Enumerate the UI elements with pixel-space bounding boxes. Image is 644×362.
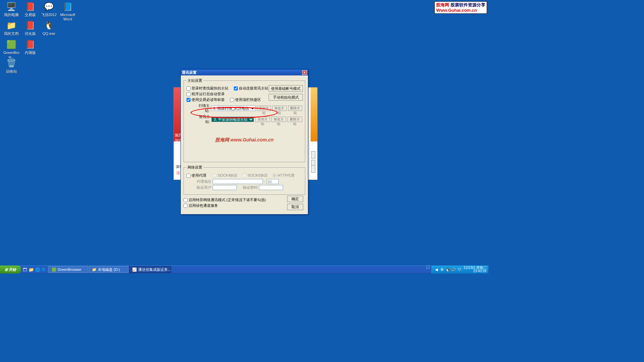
- taskbar-task[interactable]: 📁本地磁盘 (D:): [89, 266, 128, 273]
- app-icon: 📁: [6, 20, 17, 31]
- use-proxy-checkbox[interactable]: 使用代理: [186, 173, 206, 178]
- mod-quote-button[interactable]: 修改主站: [272, 106, 286, 111]
- clock[interactable]: 11/13日 星期二 23:43:39: [464, 266, 486, 273]
- desktop-icon[interactable]: 🖥️我的电脑: [2, 1, 21, 17]
- app-icon: 🖥️: [6, 1, 17, 12]
- desktop-icon[interactable]: 🐧QQ.exe: [40, 20, 58, 36]
- task-icon: 🟩: [52, 267, 56, 272]
- title-bar[interactable]: 通讯设置 ×: [181, 69, 308, 75]
- windows-logo-icon: ⊞: [5, 267, 8, 272]
- proxy-port-input[interactable]: [267, 179, 279, 184]
- app-icon: 🐧: [44, 20, 54, 31]
- ok-button[interactable]: 确定: [287, 196, 303, 202]
- app-icon: 📕: [25, 1, 36, 12]
- taskbar: ⊞ 开始 🗔 📁 🌐 🔵 🟩GreenBrowser📁本地磁盘 (D:)📈通达信…: [0, 265, 488, 274]
- auto-connect-info-checkbox[interactable]: 自动连接资讯主站: [234, 86, 268, 91]
- auto-login-checkbox[interactable]: 程序运行后自动登录: [186, 92, 225, 97]
- system-tray: ◀ ⚙ 🐧 🔊 🛡 11/13日 星期二 23:43:39: [432, 265, 488, 274]
- desktop-icon[interactable]: 🗑️回收站: [2, 58, 21, 74]
- basic-account-mode-button[interactable]: 使用基础帐号模式: [269, 85, 303, 92]
- green-channel-checkbox[interactable]: 启用绿色通道服务: [183, 203, 218, 208]
- use-toolbar-quick-checkbox[interactable]: 使用顶栏快捷区: [230, 97, 261, 102]
- desktop-icon[interactable]: 📕优化版: [21, 20, 40, 36]
- http-proxy-radio[interactable]: HTTP代理: [272, 173, 295, 178]
- desktop-icon[interactable]: 💬飞信2012: [40, 1, 58, 17]
- app-icon: 📕: [25, 20, 36, 31]
- site-watermark: 股海网 股票软件资源分享 Www.Guhai.com.cn: [434, 1, 487, 14]
- proxy-pass-input[interactable]: [259, 185, 283, 190]
- station-group: 主站设置 使用基础帐号模式 手动初始化模式 登录时查找最快的主站 自动连接资讯主…: [183, 78, 305, 162]
- network-group: 网络设置 使用代理 SOCK4协议 SOCK5协议 HTTP代理 代理地址 : …: [183, 165, 305, 195]
- app-icon: 📘: [62, 1, 73, 12]
- del-quote-button[interactable]: 删除主站: [288, 106, 302, 111]
- info-server-select[interactable]: 3. 平安深圳电信主站: [211, 117, 254, 122]
- explorer-icon[interactable]: 📁: [29, 267, 34, 272]
- desktop-icon[interactable]: 📁我的文档: [2, 20, 21, 36]
- use-tab-labels-checkbox[interactable]: 使用交易必读等标签: [186, 97, 225, 102]
- tray-icon[interactable]: ◀: [434, 267, 439, 272]
- app-icon: 📕: [25, 39, 36, 50]
- app-icon: 🟩: [6, 39, 17, 50]
- mod-info-button[interactable]: 修改主站: [271, 117, 286, 122]
- cancel-button[interactable]: 取消: [287, 204, 303, 210]
- start-button[interactable]: ⊞ 开始: [0, 265, 21, 274]
- task-icon: 📈: [132, 267, 137, 272]
- special-net-mode-checkbox[interactable]: 启用特异网络通讯模式 (正常情况下请不要勾选): [183, 197, 266, 202]
- tray-icon[interactable]: 🔊: [451, 267, 456, 272]
- media-icon[interactable]: 🔵: [41, 267, 47, 272]
- sock4-radio[interactable]: SOCK4协议: [212, 173, 237, 178]
- comm-settings-dialog: 通讯设置 × 主站设置 使用基础帐号模式 手动初始化模式 登录时查找最快的主站 …: [180, 69, 308, 215]
- taskbar-task[interactable]: 📈通达信集成版证券...: [129, 266, 171, 273]
- sock5-radio[interactable]: SOCK5协议: [242, 173, 267, 178]
- add-info-button[interactable]: 添加主站: [255, 117, 270, 122]
- quick-launch: 🗔 📁 🌐 🔵: [21, 265, 48, 274]
- desktop-icon[interactable]: 📘Microsoft Word: [58, 1, 77, 21]
- app-icon: 💬: [44, 1, 54, 12]
- minimize-all-button[interactable]: [426, 265, 430, 269]
- proxy-user-input[interactable]: [213, 185, 237, 190]
- tray-icon[interactable]: 🛡: [457, 267, 462, 272]
- close-icon[interactable]: ×: [302, 70, 307, 75]
- show-desktop-icon[interactable]: 🗔: [22, 267, 28, 272]
- desktop-icon[interactable]: 📕内测版: [21, 39, 40, 55]
- dialog-title: 通讯设置: [182, 70, 302, 75]
- dialog-watermark: 股海网 www.Guhai.com.cn: [186, 137, 302, 143]
- desktop-icon[interactable]: 🟩GreenBrow...: [2, 39, 21, 59]
- quote-server-select[interactable]: 1. 高级行情_武汉电信: [211, 106, 256, 111]
- app-icon: 🗑️: [6, 58, 17, 69]
- taskbar-task[interactable]: 🟩GreenBrowser: [49, 266, 88, 273]
- tray-icon[interactable]: ⚙: [440, 267, 444, 272]
- manual-init-button[interactable]: 手动初始化模式: [269, 94, 303, 101]
- task-icon: 📁: [92, 267, 97, 272]
- ie-icon[interactable]: 🌐: [35, 267, 40, 272]
- tray-icon[interactable]: 🐧: [445, 267, 450, 272]
- find-fastest-checkbox[interactable]: 登录时查找最快的主站: [186, 86, 228, 91]
- del-info-button[interactable]: 删除主站: [287, 117, 302, 122]
- desktop-icon[interactable]: 📕交易版: [21, 1, 40, 17]
- proxy-address-input[interactable]: [213, 179, 263, 184]
- add-quote-button[interactable]: 添加主站: [257, 106, 271, 111]
